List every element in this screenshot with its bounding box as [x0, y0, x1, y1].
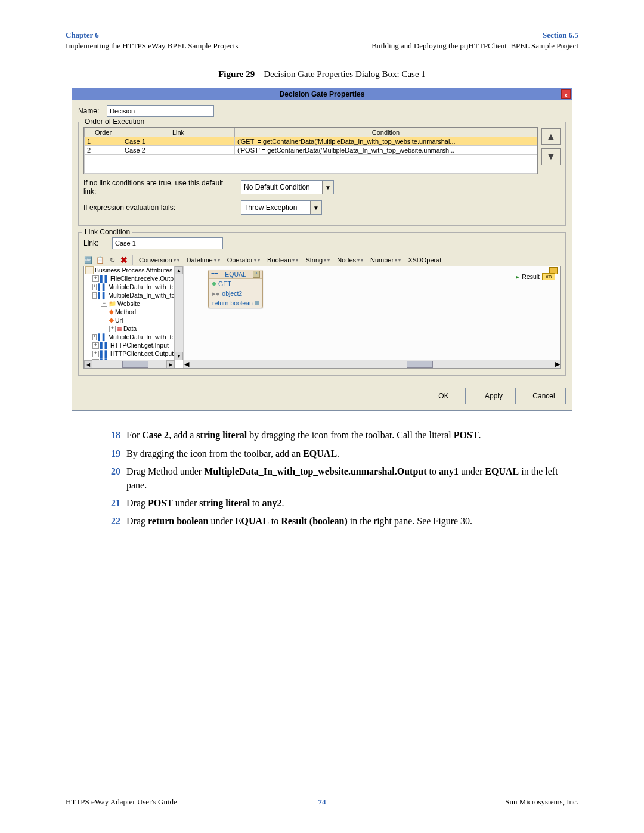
scroll-up-icon[interactable]: ▲ — [175, 266, 183, 274]
step-number: 20 — [101, 465, 126, 492]
collapse-icon[interactable]: − — [92, 292, 97, 299]
toolbar-datetime[interactable]: Datetime ▾▾ — [184, 256, 222, 264]
scroll-down-icon[interactable]: ▼ — [175, 352, 183, 360]
root-icon — [85, 266, 94, 274]
apply-button[interactable]: Apply — [472, 388, 516, 404]
step-text: Drag return boolean under EQUAL to Resul… — [126, 515, 578, 528]
figure-title: Decision Gate Properties Dialog Box: Cas… — [264, 69, 426, 79]
ok-button[interactable]: OK — [422, 388, 466, 404]
table-spacer — [85, 155, 537, 174]
expand-icon[interactable]: + — [92, 342, 99, 349]
page-footer: HTTPS eWay Adapter User's Guide 74 Sun M… — [66, 797, 578, 807]
tree-scroll-h[interactable]: ◀ ▶ — [84, 360, 175, 368]
order-of-execution-group: Order of Execution Order Link Condition — [78, 122, 566, 226]
operator-icon: == — [211, 271, 218, 278]
link-input[interactable] — [112, 237, 223, 249]
toolbar-operator[interactable]: Operator ▾▾ — [225, 256, 262, 264]
step-number: 19 — [101, 447, 126, 460]
chapter-label: Chapter 6 — [66, 30, 239, 41]
dialog-title-bar[interactable]: Decision Gate Properties x — [72, 88, 572, 100]
diamond-icon: ◆ — [109, 308, 114, 316]
folder-icon: 📁 — [109, 299, 116, 308]
decision-gate-dialog: Decision Gate Properties x Name: Order o… — [72, 88, 572, 411]
fail-label: If expression evaluation fails: — [83, 203, 233, 212]
toolbar-number[interactable]: Number ▾▾ — [368, 256, 403, 264]
equal-operator-box[interactable]: == EQUAL ˄ GET ▸●object2 return boolean — [208, 270, 263, 308]
name-label: Name: — [78, 107, 102, 115]
toolbar-conversion[interactable]: Conversion ▾▾ — [137, 256, 182, 264]
port-out-icon — [255, 301, 259, 305]
scroll-left-icon[interactable]: ◀ — [184, 360, 189, 368]
order-table[interactable]: Order Link Condition 1 Case 1 — [83, 127, 538, 174]
scroll-thumb[interactable] — [407, 361, 433, 368]
section-label: Section 6.5 — [371, 30, 578, 41]
link-label: Link: — [83, 239, 107, 247]
cancel-button[interactable]: Cancel — [522, 388, 566, 404]
toolbar-nodes[interactable]: Nodes ▾▾ — [335, 256, 366, 264]
name-input[interactable] — [107, 105, 214, 117]
collapse-icon[interactable]: − — [101, 301, 107, 307]
scroll-left-icon[interactable]: ◀ — [84, 360, 92, 368]
tree-scroll-v[interactable]: ▲ ▼ — [174, 266, 183, 360]
order-group-title: Order of Execution — [82, 117, 147, 126]
col-condition: Condition — [235, 128, 537, 137]
step-text: For Case 2, add a string literal by drag… — [126, 429, 578, 442]
figure-caption: Figure 29 Decision Gate Properties Dialo… — [66, 69, 578, 79]
refresh-icon[interactable]: ↻ — [107, 255, 117, 265]
figure-number: Figure 29 — [218, 69, 255, 79]
link-condition-group: Link Condition Link: 🔤 📋 ↻ ✖ Conversion … — [78, 232, 566, 376]
toolbar-string[interactable]: String ▾▾ — [303, 256, 332, 264]
table-row[interactable]: 2 Case 2 ('POST' = getContainerData('Mul… — [85, 146, 537, 155]
footer-page: 74 — [318, 797, 326, 807]
fail-combo[interactable]: Throw Exception ▼ — [241, 200, 322, 215]
scroll-thumb[interactable] — [122, 361, 148, 368]
xsd-badge: XB — [542, 273, 555, 280]
step-number: 18 — [101, 429, 126, 442]
scroll-right-icon[interactable]: ▶ — [166, 360, 175, 368]
page-header: Chapter 6 Implementing the HTTPS eWay BP… — [66, 30, 578, 51]
diamond-icon: ◆ — [109, 316, 114, 324]
expand-icon[interactable]: + — [109, 326, 116, 332]
dialog-title: Decision Gate Properties — [280, 90, 365, 98]
toolbar-xsd[interactable]: XSDOperat — [405, 256, 444, 264]
instruction-steps: 18 For Case 2, add a string literal by d… — [101, 429, 578, 528]
toolbar-boolean[interactable]: Boolean ▾▾ — [265, 256, 301, 264]
chevron-down-icon: ▼ — [322, 181, 333, 194]
table-row[interactable]: 1 Case 1 ('GET' = getContainerData('Mult… — [85, 137, 537, 146]
chevron-down-icon: ▼ — [310, 201, 321, 214]
delete-icon[interactable]: ✖ — [119, 255, 129, 265]
move-down-button[interactable]: ▼ — [541, 148, 561, 165]
collapse-icon[interactable]: ˄ — [253, 271, 260, 278]
col-link: Link — [122, 128, 235, 137]
port-in-icon — [212, 282, 216, 286]
expand-icon[interactable]: + — [92, 275, 99, 282]
header-right-sub: Building and Deploying the prjHTTPClient… — [371, 41, 578, 51]
step-text: By dragging the icon from the toolbar, a… — [126, 447, 578, 460]
link-condition-title: Link Condition — [82, 228, 132, 236]
default-link-combo[interactable]: No Default Condition ▼ — [241, 180, 334, 194]
step-text: Drag POST under string literal to any2. — [126, 497, 578, 510]
footer-left: HTTPS eWay Adapter User's Guide — [66, 797, 177, 807]
scroll-right-icon[interactable]: ▶ — [555, 360, 560, 368]
canvas-scroll-h[interactable]: ◀ ▶ — [184, 360, 560, 368]
step-number: 21 — [101, 497, 126, 510]
footer-right: Sun Microsystems, Inc. — [505, 797, 578, 807]
header-left-sub: Implementing the HTTPS eWay BPEL Sample … — [66, 41, 239, 51]
step-text: Drag Method under MultipleData_In_with_t… — [126, 465, 578, 492]
string-literal-icon[interactable]: 🔤 — [83, 255, 93, 265]
expand-icon[interactable]: + — [92, 351, 99, 357]
expression-canvas[interactable]: == EQUAL ˄ GET ▸●object2 return boolean … — [184, 266, 560, 368]
move-up-button[interactable]: ▲ — [541, 128, 561, 145]
col-order: Order — [85, 128, 122, 137]
result-node[interactable]: ▸ Result XB — [516, 273, 555, 280]
expand-icon[interactable]: + — [92, 334, 97, 340]
close-icon[interactable]: x — [561, 89, 571, 99]
attribute-tree[interactable]: Business Process Attributes +▌▌FileClien… — [84, 266, 184, 368]
default-link-label: If no link conditions are true, use this… — [83, 179, 233, 196]
clipboard-icon[interactable]: 📋 — [95, 255, 105, 265]
expression-toolbar[interactable]: 🔤 📋 ↻ ✖ Conversion ▾▾ Datetime ▾▾ Operat… — [83, 254, 561, 266]
data-icon: ▦ — [117, 324, 122, 333]
step-number: 22 — [101, 515, 126, 528]
expand-icon[interactable]: + — [92, 284, 97, 290]
separator — [132, 255, 133, 265]
